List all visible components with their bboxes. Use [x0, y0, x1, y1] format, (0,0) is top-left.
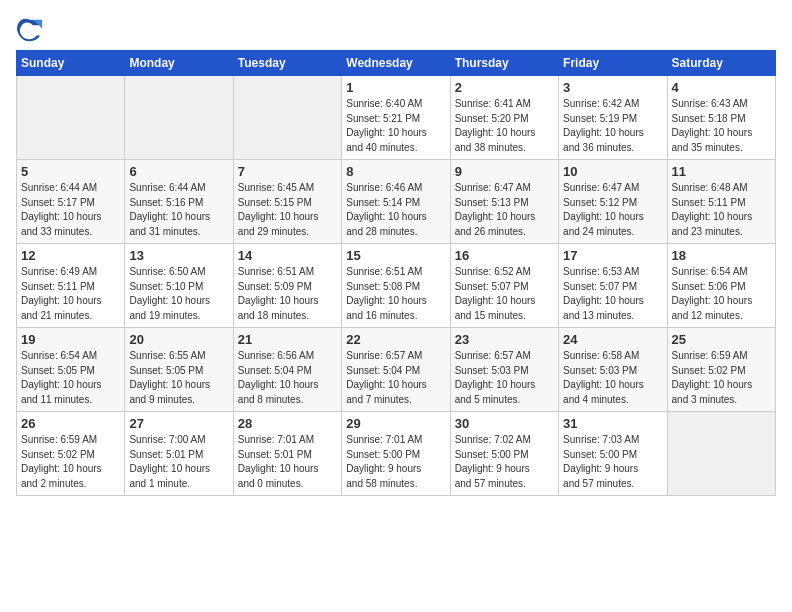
day-number: 19: [21, 332, 120, 347]
day-info: Sunrise: 6:54 AM Sunset: 5:05 PM Dayligh…: [21, 349, 120, 407]
day-info: Sunrise: 6:49 AM Sunset: 5:11 PM Dayligh…: [21, 265, 120, 323]
day-number: 18: [672, 248, 771, 263]
calendar-cell: 5Sunrise: 6:44 AM Sunset: 5:17 PM Daylig…: [17, 160, 125, 244]
day-number: 8: [346, 164, 445, 179]
day-number: 15: [346, 248, 445, 263]
day-info: Sunrise: 6:52 AM Sunset: 5:07 PM Dayligh…: [455, 265, 554, 323]
calendar-cell: [233, 76, 341, 160]
day-info: Sunrise: 7:01 AM Sunset: 5:00 PM Dayligh…: [346, 433, 445, 491]
day-number: 16: [455, 248, 554, 263]
calendar-week-row: 19Sunrise: 6:54 AM Sunset: 5:05 PM Dayli…: [17, 328, 776, 412]
day-number: 6: [129, 164, 228, 179]
day-number: 1: [346, 80, 445, 95]
calendar-cell: 15Sunrise: 6:51 AM Sunset: 5:08 PM Dayli…: [342, 244, 450, 328]
day-number: 29: [346, 416, 445, 431]
day-header-monday: Monday: [125, 51, 233, 76]
day-info: Sunrise: 6:57 AM Sunset: 5:03 PM Dayligh…: [455, 349, 554, 407]
day-number: 28: [238, 416, 337, 431]
logo: [16, 16, 48, 44]
day-info: Sunrise: 6:42 AM Sunset: 5:19 PM Dayligh…: [563, 97, 662, 155]
calendar-cell: 27Sunrise: 7:00 AM Sunset: 5:01 PM Dayli…: [125, 412, 233, 496]
day-info: Sunrise: 7:03 AM Sunset: 5:00 PM Dayligh…: [563, 433, 662, 491]
calendar-cell: 12Sunrise: 6:49 AM Sunset: 5:11 PM Dayli…: [17, 244, 125, 328]
calendar-cell: 19Sunrise: 6:54 AM Sunset: 5:05 PM Dayli…: [17, 328, 125, 412]
day-header-tuesday: Tuesday: [233, 51, 341, 76]
day-info: Sunrise: 6:55 AM Sunset: 5:05 PM Dayligh…: [129, 349, 228, 407]
day-header-sunday: Sunday: [17, 51, 125, 76]
day-info: Sunrise: 6:51 AM Sunset: 5:09 PM Dayligh…: [238, 265, 337, 323]
day-info: Sunrise: 6:58 AM Sunset: 5:03 PM Dayligh…: [563, 349, 662, 407]
day-number: 31: [563, 416, 662, 431]
day-info: Sunrise: 6:41 AM Sunset: 5:20 PM Dayligh…: [455, 97, 554, 155]
day-number: 5: [21, 164, 120, 179]
day-number: 26: [21, 416, 120, 431]
day-number: 22: [346, 332, 445, 347]
day-info: Sunrise: 6:54 AM Sunset: 5:06 PM Dayligh…: [672, 265, 771, 323]
day-number: 24: [563, 332, 662, 347]
calendar-cell: 16Sunrise: 6:52 AM Sunset: 5:07 PM Dayli…: [450, 244, 558, 328]
calendar-cell: 17Sunrise: 6:53 AM Sunset: 5:07 PM Dayli…: [559, 244, 667, 328]
day-number: 21: [238, 332, 337, 347]
day-info: Sunrise: 6:46 AM Sunset: 5:14 PM Dayligh…: [346, 181, 445, 239]
calendar-cell: 9Sunrise: 6:47 AM Sunset: 5:13 PM Daylig…: [450, 160, 558, 244]
day-number: 20: [129, 332, 228, 347]
calendar-cell: 29Sunrise: 7:01 AM Sunset: 5:00 PM Dayli…: [342, 412, 450, 496]
header: [16, 16, 776, 44]
calendar-cell: 30Sunrise: 7:02 AM Sunset: 5:00 PM Dayli…: [450, 412, 558, 496]
day-info: Sunrise: 6:44 AM Sunset: 5:16 PM Dayligh…: [129, 181, 228, 239]
day-number: 12: [21, 248, 120, 263]
day-number: 13: [129, 248, 228, 263]
calendar-week-row: 26Sunrise: 6:59 AM Sunset: 5:02 PM Dayli…: [17, 412, 776, 496]
day-info: Sunrise: 7:01 AM Sunset: 5:01 PM Dayligh…: [238, 433, 337, 491]
calendar-cell: 14Sunrise: 6:51 AM Sunset: 5:09 PM Dayli…: [233, 244, 341, 328]
calendar-cell: [125, 76, 233, 160]
day-info: Sunrise: 7:02 AM Sunset: 5:00 PM Dayligh…: [455, 433, 554, 491]
calendar-cell: 3Sunrise: 6:42 AM Sunset: 5:19 PM Daylig…: [559, 76, 667, 160]
calendar-cell: 1Sunrise: 6:40 AM Sunset: 5:21 PM Daylig…: [342, 76, 450, 160]
calendar-cell: 26Sunrise: 6:59 AM Sunset: 5:02 PM Dayli…: [17, 412, 125, 496]
calendar-cell: 10Sunrise: 6:47 AM Sunset: 5:12 PM Dayli…: [559, 160, 667, 244]
day-number: 17: [563, 248, 662, 263]
day-number: 25: [672, 332, 771, 347]
day-info: Sunrise: 6:53 AM Sunset: 5:07 PM Dayligh…: [563, 265, 662, 323]
day-number: 9: [455, 164, 554, 179]
calendar-cell: 24Sunrise: 6:58 AM Sunset: 5:03 PM Dayli…: [559, 328, 667, 412]
day-info: Sunrise: 6:59 AM Sunset: 5:02 PM Dayligh…: [21, 433, 120, 491]
day-info: Sunrise: 6:51 AM Sunset: 5:08 PM Dayligh…: [346, 265, 445, 323]
day-number: 7: [238, 164, 337, 179]
day-number: 4: [672, 80, 771, 95]
logo-icon: [16, 16, 44, 44]
day-info: Sunrise: 6:59 AM Sunset: 5:02 PM Dayligh…: [672, 349, 771, 407]
calendar-week-row: 1Sunrise: 6:40 AM Sunset: 5:21 PM Daylig…: [17, 76, 776, 160]
day-info: Sunrise: 6:50 AM Sunset: 5:10 PM Dayligh…: [129, 265, 228, 323]
day-number: 30: [455, 416, 554, 431]
day-info: Sunrise: 6:48 AM Sunset: 5:11 PM Dayligh…: [672, 181, 771, 239]
calendar-cell: 2Sunrise: 6:41 AM Sunset: 5:20 PM Daylig…: [450, 76, 558, 160]
calendar-cell: 25Sunrise: 6:59 AM Sunset: 5:02 PM Dayli…: [667, 328, 775, 412]
calendar-cell: 13Sunrise: 6:50 AM Sunset: 5:10 PM Dayli…: [125, 244, 233, 328]
calendar-cell: 20Sunrise: 6:55 AM Sunset: 5:05 PM Dayli…: [125, 328, 233, 412]
day-info: Sunrise: 6:57 AM Sunset: 5:04 PM Dayligh…: [346, 349, 445, 407]
day-info: Sunrise: 6:40 AM Sunset: 5:21 PM Dayligh…: [346, 97, 445, 155]
calendar-cell: 8Sunrise: 6:46 AM Sunset: 5:14 PM Daylig…: [342, 160, 450, 244]
calendar-header-row: SundayMondayTuesdayWednesdayThursdayFrid…: [17, 51, 776, 76]
calendar-cell: 28Sunrise: 7:01 AM Sunset: 5:01 PM Dayli…: [233, 412, 341, 496]
day-info: Sunrise: 7:00 AM Sunset: 5:01 PM Dayligh…: [129, 433, 228, 491]
calendar-cell: 21Sunrise: 6:56 AM Sunset: 5:04 PM Dayli…: [233, 328, 341, 412]
day-number: 3: [563, 80, 662, 95]
calendar-cell: 18Sunrise: 6:54 AM Sunset: 5:06 PM Dayli…: [667, 244, 775, 328]
calendar-cell: 23Sunrise: 6:57 AM Sunset: 5:03 PM Dayli…: [450, 328, 558, 412]
calendar-cell: [17, 76, 125, 160]
day-info: Sunrise: 6:47 AM Sunset: 5:13 PM Dayligh…: [455, 181, 554, 239]
calendar-cell: 11Sunrise: 6:48 AM Sunset: 5:11 PM Dayli…: [667, 160, 775, 244]
day-number: 14: [238, 248, 337, 263]
day-header-thursday: Thursday: [450, 51, 558, 76]
day-number: 23: [455, 332, 554, 347]
day-info: Sunrise: 6:56 AM Sunset: 5:04 PM Dayligh…: [238, 349, 337, 407]
calendar-cell: 22Sunrise: 6:57 AM Sunset: 5:04 PM Dayli…: [342, 328, 450, 412]
calendar-cell: 7Sunrise: 6:45 AM Sunset: 5:15 PM Daylig…: [233, 160, 341, 244]
day-header-wednesday: Wednesday: [342, 51, 450, 76]
day-number: 11: [672, 164, 771, 179]
day-number: 10: [563, 164, 662, 179]
calendar-week-row: 12Sunrise: 6:49 AM Sunset: 5:11 PM Dayli…: [17, 244, 776, 328]
